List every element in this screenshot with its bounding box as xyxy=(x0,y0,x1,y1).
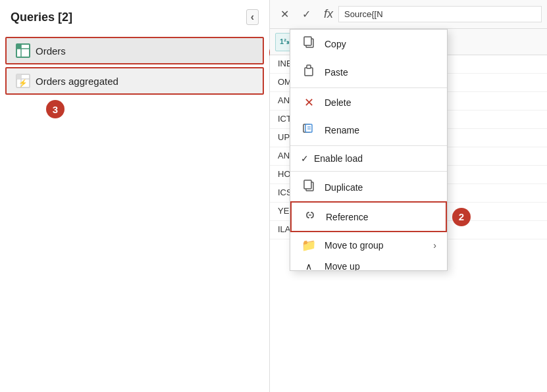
rename-label: Rename xyxy=(325,125,359,135)
separator-3 xyxy=(290,171,447,172)
menu-item-duplicate[interactable]: Duplicate xyxy=(290,173,447,201)
orders-aggregated-table-icon: ⚡ xyxy=(16,74,30,88)
check-icon: ✓ xyxy=(301,153,309,164)
enable-load-label: Enable load xyxy=(314,153,363,164)
reference-icon xyxy=(302,208,318,225)
svg-rect-14 xyxy=(305,124,312,132)
menu-item-rename[interactable]: Rename xyxy=(290,116,447,144)
move-up-icon: ∧ xyxy=(301,261,317,270)
paste-icon xyxy=(301,64,317,80)
submenu-arrow-icon: › xyxy=(433,240,436,251)
query-item-orders-aggregated[interactable]: ⚡ Orders aggregated 3 xyxy=(5,67,264,95)
orders-table-icon xyxy=(16,43,30,58)
cancel-formula-button[interactable]: ✕ xyxy=(275,5,294,23)
delete-label: Delete xyxy=(325,97,351,108)
right-panel: ✕ ✓ fx 1²₃ 🔑 OrderID ▼ ABC INET OMS ANA … xyxy=(270,0,547,392)
badge-3: 3 xyxy=(46,100,65,118)
rename-icon xyxy=(301,122,317,138)
confirm-formula-button[interactable]: ✓ xyxy=(297,5,316,23)
svg-rect-10 xyxy=(304,37,311,45)
orders-aggregated-label: Orders aggregated xyxy=(36,76,118,87)
menu-item-reference[interactable]: Reference 2 xyxy=(290,201,447,232)
copy-icon xyxy=(301,36,317,52)
fx-label: fx xyxy=(324,7,333,21)
formula-input[interactable] xyxy=(338,6,542,22)
menu-item-move-up[interactable]: ∧ Move up xyxy=(290,258,447,270)
orders-label: Orders xyxy=(36,45,66,57)
badge-2: 2 xyxy=(452,208,471,226)
folder-icon: 📁 xyxy=(301,238,317,253)
left-panel: Queries [2] ‹ Orders 1 xyxy=(0,0,270,392)
svg-rect-11 xyxy=(305,68,313,76)
separator-2 xyxy=(290,145,447,146)
menu-item-move-to-group[interactable]: 📁 Move to group › xyxy=(290,232,447,258)
svg-rect-18 xyxy=(304,180,311,189)
query-list: Orders 1 ⚡ Orders aggregated 3 xyxy=(0,32,269,392)
svg-text:⚡: ⚡ xyxy=(18,78,28,87)
paste-label: Paste xyxy=(325,67,348,78)
menu-item-enable-load[interactable]: ✓ Enable load xyxy=(290,147,447,170)
separator-1 xyxy=(290,87,447,88)
svg-rect-3 xyxy=(16,44,21,49)
copy-label: Copy xyxy=(325,39,346,49)
svg-rect-7 xyxy=(16,74,21,79)
query-item-orders[interactable]: Orders 1 xyxy=(5,37,264,64)
menu-item-delete[interactable]: ✕ Delete xyxy=(290,89,447,116)
svg-rect-12 xyxy=(307,65,311,68)
delete-icon: ✕ xyxy=(301,95,317,110)
menu-item-copy[interactable]: Copy xyxy=(290,30,447,58)
collapse-button[interactable]: ‹ xyxy=(246,9,259,25)
reference-label: Reference xyxy=(326,212,369,222)
formula-bar: ✕ ✓ fx xyxy=(270,0,547,29)
queries-title: Queries [2] xyxy=(11,11,72,24)
menu-item-paste[interactable]: Paste xyxy=(290,58,447,86)
queries-header: Queries [2] ‹ xyxy=(0,0,269,32)
duplicate-label: Duplicate xyxy=(325,182,363,193)
context-menu: Copy Paste ✕ Delete xyxy=(290,29,448,271)
duplicate-icon xyxy=(301,179,317,195)
move-up-label: Move up xyxy=(325,261,360,270)
move-to-group-label: Move to group xyxy=(325,240,384,251)
